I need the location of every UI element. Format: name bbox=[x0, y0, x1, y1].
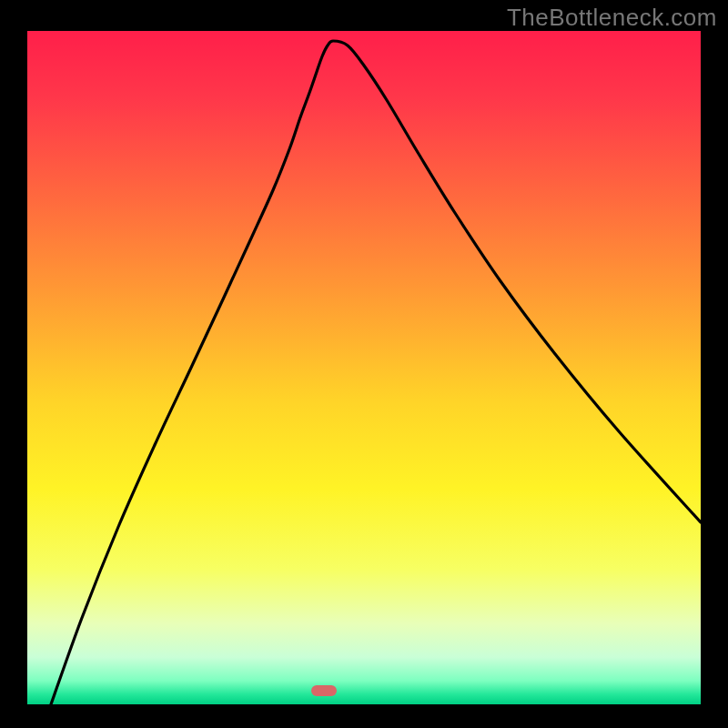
minimum-marker bbox=[311, 685, 337, 696]
plot-area bbox=[27, 31, 701, 704]
curve-line bbox=[27, 31, 701, 704]
chart-frame: TheBottleneck.com bbox=[0, 0, 728, 728]
watermark-text: TheBottleneck.com bbox=[507, 4, 717, 32]
